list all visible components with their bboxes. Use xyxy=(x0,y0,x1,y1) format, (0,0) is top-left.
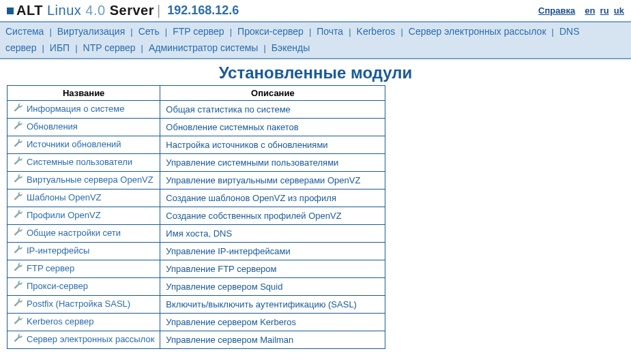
module-name-cell: Kerberos сервер xyxy=(8,313,160,331)
module-link[interactable]: Шаблоны OpenVZ xyxy=(27,192,102,202)
logo-square-icon xyxy=(7,7,14,14)
col-header-desc: Описание xyxy=(160,85,385,100)
nav-link[interactable]: ИБП xyxy=(50,42,70,53)
module-desc-cell: Управление сервером Mailman xyxy=(160,331,385,348)
module-name-cell: Шаблоны OpenVZ xyxy=(8,189,160,207)
lang-link-uk[interactable]: uk xyxy=(614,5,624,16)
nav-link[interactable]: Виртуализация xyxy=(57,26,125,37)
module-name-cell: Прокси-сервер xyxy=(8,277,160,295)
navbar: Система|Виртуализация|Сеть|FTP сервер|Пр… xyxy=(0,21,631,59)
nav-link[interactable]: Бэкенды xyxy=(272,42,310,53)
wrench-icon xyxy=(13,280,24,293)
table-row: Kerberos серверУправление сервером Kerbe… xyxy=(8,313,385,331)
module-name-cell: FTP сервер xyxy=(8,260,160,277)
module-name-cell: Обновления xyxy=(8,118,160,136)
module-link[interactable]: IP-интерфейсы xyxy=(27,245,89,256)
module-link[interactable]: Источники обновлений xyxy=(27,139,121,149)
lang-switcher: en ru uk xyxy=(585,5,624,16)
module-name-cell: IP-интерфейсы xyxy=(8,242,160,260)
wrench-icon xyxy=(13,138,24,151)
module-desc-cell: Настройка источников с обновлениями xyxy=(160,136,385,153)
module-link[interactable]: Прокси-сервер xyxy=(27,281,88,291)
nav-separator: | xyxy=(165,27,167,37)
lang-link-en[interactable]: en xyxy=(585,5,595,16)
module-desc-cell: Общая статистика по системе xyxy=(160,100,385,118)
module-desc-cell: Имя хоста, DNS xyxy=(160,224,385,242)
module-link[interactable]: Профили OpenVZ xyxy=(27,210,101,220)
nav-link[interactable]: NTP сервер xyxy=(83,42,136,53)
wrench-icon xyxy=(13,209,24,222)
nav-link[interactable]: Прокси-сервер xyxy=(237,26,304,37)
module-desc-cell: Обновление системных пакетов xyxy=(160,118,385,136)
module-link[interactable]: Общие настройки сети xyxy=(27,228,121,238)
logo-server: Server xyxy=(110,3,154,18)
module-desc-cell: Управление IP-интерфейсами xyxy=(160,242,385,260)
wrench-icon xyxy=(13,192,24,204)
table-row: IP-интерфейсыУправление IP-интерфейсами xyxy=(8,242,385,260)
wrench-icon xyxy=(13,333,24,346)
table-row: Сервер электронных рассылокУправление се… xyxy=(8,331,385,348)
module-link[interactable]: Обновления xyxy=(27,121,78,132)
table-row: Профили OpenVZСоздание собственных профи… xyxy=(8,207,385,224)
nav-separator: | xyxy=(75,43,77,53)
nav-separator: | xyxy=(552,27,554,37)
col-header-name: Название xyxy=(8,85,160,100)
module-name-cell: Postfix (Настройка SASL) xyxy=(8,295,160,313)
nav-separator: | xyxy=(309,27,311,37)
module-desc-cell: Создание собственных профилей OpenVZ xyxy=(160,207,385,224)
help-link[interactable]: Справка xyxy=(538,5,575,16)
nav-separator: | xyxy=(130,27,132,37)
nav-separator: | xyxy=(141,43,143,53)
module-desc-cell: Управление системными пользователями xyxy=(160,153,385,171)
table-row: Источники обновленийНастройка источников… xyxy=(8,136,385,153)
modules-table: Название Описание Информация о системеОб… xyxy=(7,85,385,349)
nav-link[interactable]: FTP сервер xyxy=(173,26,224,37)
wrench-icon xyxy=(13,298,24,311)
wrench-icon xyxy=(13,156,24,169)
page-title: Установленные модули xyxy=(0,63,631,82)
logo-divider: | xyxy=(157,3,160,18)
module-link[interactable]: Сервер электронных рассылок xyxy=(27,334,154,344)
table-row: Системные пользователиУправление системн… xyxy=(8,153,385,171)
module-link[interactable]: Kerberos сервер xyxy=(27,316,94,327)
nav-link[interactable]: Почта xyxy=(317,26,343,37)
wrench-icon xyxy=(13,316,24,329)
nav-link[interactable]: Kerberos xyxy=(357,26,396,37)
nav-link[interactable]: Сервер электронных рассылок xyxy=(409,26,546,37)
module-link[interactable]: Системные пользователи xyxy=(27,157,132,167)
table-row: Шаблоны OpenVZСоздание шаблонов OpenVZ и… xyxy=(8,189,385,207)
nav-separator: | xyxy=(400,27,402,37)
wrench-icon xyxy=(13,121,24,134)
nav-link[interactable]: Сеть xyxy=(138,26,160,37)
module-desc-cell: Управление сервером Squid xyxy=(160,277,385,295)
lang-link-ru[interactable]: ru xyxy=(600,5,609,16)
module-name-cell: Системные пользователи xyxy=(8,153,160,171)
top-links: Справка en ru uk xyxy=(538,5,624,16)
module-desc-cell: Управление сервером Kerberos xyxy=(160,313,385,331)
module-link[interactable]: Виртуальные сервера OpenVZ xyxy=(27,175,153,185)
nav-link[interactable]: Система xyxy=(5,26,44,37)
header: ALT Linux 4.0 Server | 192.168.12.6 Спра… xyxy=(0,0,631,21)
module-desc-cell: Включить/выключить аутентификацию (SASL) xyxy=(160,295,385,313)
wrench-icon xyxy=(13,245,24,258)
wrench-icon xyxy=(13,227,24,240)
wrench-icon xyxy=(13,262,24,275)
table-row: Общие настройки сетиИмя хоста, DNS xyxy=(8,224,385,242)
logo-alt: ALT xyxy=(16,3,43,18)
module-desc-cell: Создание шаблонов OpenVZ из профиля xyxy=(160,189,385,207)
nav-link[interactable]: Администратор системы xyxy=(149,42,258,53)
wrench-icon xyxy=(13,174,24,187)
table-row: FTP серверУправление FTP сервером xyxy=(8,260,385,277)
table-row: Виртуальные сервера OpenVZУправление вир… xyxy=(8,171,385,189)
server-ip: 192.168.12.6 xyxy=(167,3,239,18)
module-name-cell: Информация о системе xyxy=(8,100,160,118)
table-row: Прокси-серверУправление сервером Squid xyxy=(8,277,385,295)
module-link[interactable]: Информация о системе xyxy=(27,104,125,114)
logo-version: 4.0 xyxy=(85,3,105,18)
module-link[interactable]: FTP сервер xyxy=(27,263,74,273)
module-name-cell: Сервер электронных рассылок xyxy=(8,331,160,348)
module-name-cell: Общие настройки сети xyxy=(8,224,160,242)
nav-separator: | xyxy=(49,27,51,37)
module-link[interactable]: Postfix (Настройка SASL) xyxy=(27,299,130,309)
module-name-cell: Источники обновлений xyxy=(8,136,160,153)
